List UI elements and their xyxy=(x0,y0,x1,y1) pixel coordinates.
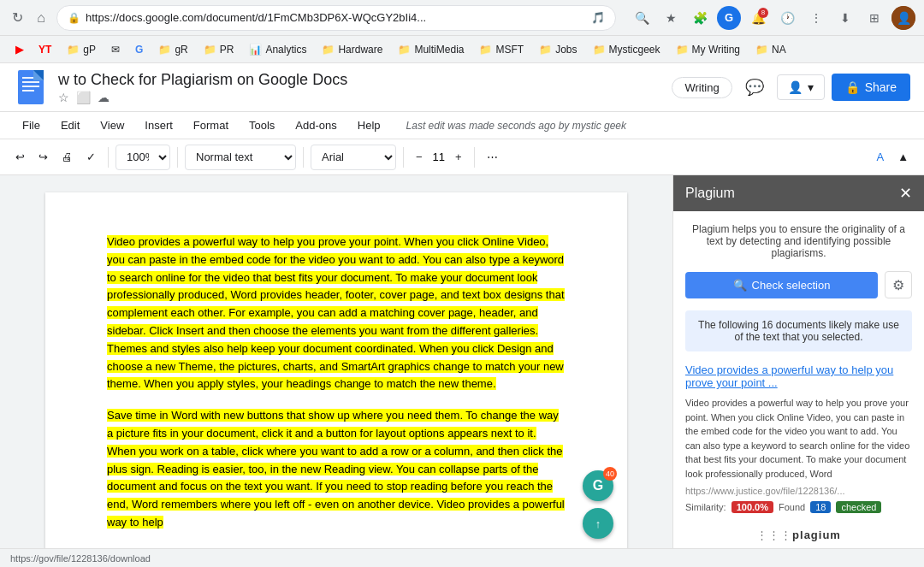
divider-5 xyxy=(474,147,475,168)
menu-view[interactable]: View xyxy=(92,115,133,135)
paragraph-2: Save time in Word with new buttons that … xyxy=(107,407,566,532)
style-select[interactable]: Normal text Heading 1 Heading 2 xyxy=(185,145,296,170)
doc-fab-container: G 40 xyxy=(583,470,613,501)
highlighted-text-2: Save time in Word with new buttons that … xyxy=(107,409,563,511)
bookmark-multimedia[interactable]: 📁 MultiMedia xyxy=(391,41,471,58)
url-text: https://docs.google.com/document/d/1FmCM… xyxy=(86,11,586,24)
docs-title: w to Check for Plagiarism on Google Docs xyxy=(58,71,661,89)
plagium-similarity-row: Similarity: 100.0% Found 18 checked xyxy=(685,501,912,513)
profile-avatar[interactable]: 👤 xyxy=(891,6,915,30)
document-text: Video provides a powerful way to help yo… xyxy=(107,233,566,532)
browser-icons: 🔍 ★ 🧩 G 🔔 8 🕐 ⋮ ⬇ ⊞ 👤 xyxy=(630,6,915,30)
home-button[interactable]: ⌂ xyxy=(33,9,50,27)
docs-toolbar-right: Writing 💬 👤 ▾ 🔒 Share xyxy=(672,72,910,103)
settings-button[interactable]: ⚙ xyxy=(885,271,912,298)
menu-insert[interactable]: Insert xyxy=(136,115,181,135)
docs-title-area: w to Check for Plagiarism on Google Docs… xyxy=(58,71,661,104)
docs-title-icons: ☆ ⬜ ☁ xyxy=(58,91,661,104)
highlighted-text-1: Video provides a powerful way to help yo… xyxy=(107,235,565,390)
font-select[interactable]: Arial Times New Roman xyxy=(311,145,396,170)
divider-1 xyxy=(108,147,109,168)
lock-share-icon: 🔒 xyxy=(845,80,860,94)
bookmark-hardware[interactable]: 📁 Hardware xyxy=(315,41,389,58)
menu-bar: File Edit View Insert Format Tools Add-o… xyxy=(0,112,924,139)
bookmark-youtube[interactable]: ▶ xyxy=(9,41,30,58)
accounts-icon[interactable]: G xyxy=(717,6,741,30)
bookmark-mysticgeek[interactable]: 📁 Mysticgeek xyxy=(586,41,667,58)
redo-button[interactable]: ↪ xyxy=(33,145,53,170)
bookmark-mail[interactable]: ✉ xyxy=(104,41,127,58)
search-icon[interactable]: 🔍 xyxy=(630,6,654,30)
bookmark-gr[interactable]: 📁 gR xyxy=(151,41,194,58)
bookmark-gp[interactable]: 📁 gP xyxy=(60,41,103,58)
check-selection-button[interactable]: 🔍 Check selection xyxy=(685,272,878,298)
extensions-icon[interactable]: 🧩 xyxy=(688,6,712,30)
print-button[interactable]: 🖨 xyxy=(56,145,78,170)
bookmark-google[interactable]: G xyxy=(128,41,150,58)
plagium-close-button[interactable]: ✕ xyxy=(899,184,912,203)
address-bar[interactable]: 🔒 https://docs.google.com/document/d/1Fm… xyxy=(56,5,616,31)
svg-rect-6 xyxy=(22,90,34,92)
plagium-description: Plagium helps you to ensure the original… xyxy=(685,223,912,259)
svg-text:👤: 👤 xyxy=(897,11,912,26)
gear-icon: ⚙ xyxy=(892,277,904,293)
similarity-label: Similarity: xyxy=(685,502,726,512)
menu-format[interactable]: Format xyxy=(185,115,237,135)
checked-badge: checked xyxy=(836,501,881,513)
bookmarks-bar: ▶ YT 📁 gP ✉ G 📁 gR 📁 PR 📊 Analytics 📁 Ha… xyxy=(0,36,924,63)
bookmark-jobs[interactable]: 📁 Jobs xyxy=(532,41,583,58)
similarity-value-badge: 100.0% xyxy=(732,501,773,513)
document-page: Video provides a powerful way to help yo… xyxy=(45,192,627,552)
bookmark-analytics[interactable]: 📊 Analytics xyxy=(242,41,313,58)
grid-icon[interactable]: ⋮ xyxy=(804,6,828,30)
bookmark-pr[interactable]: 📁 PR xyxy=(197,41,241,58)
cloud-icon[interactable]: ☁ xyxy=(98,91,110,104)
drive-icon[interactable]: ⬜ xyxy=(76,91,91,104)
bookmark-star-icon[interactable]: ★ xyxy=(659,6,683,30)
found-label: Found xyxy=(779,502,805,512)
divider-3 xyxy=(303,147,304,168)
spellcheck-button[interactable]: ✓ xyxy=(81,145,101,170)
collapse-toolbar-button[interactable]: ▲ xyxy=(892,145,914,170)
alert-icon[interactable]: 🔔 8 xyxy=(746,6,770,30)
scroll-up-fab[interactable]: ↑ xyxy=(583,508,613,539)
downloads-icon[interactable]: ⬇ xyxy=(833,6,857,30)
bookmark-youtube2[interactable]: YT xyxy=(32,41,58,58)
menu-addons[interactable]: Add-ons xyxy=(287,115,345,135)
comments-button[interactable]: 💬 xyxy=(739,72,770,103)
lock-icon: 🔒 xyxy=(68,12,80,24)
share-button[interactable]: 🔒 Share xyxy=(832,74,910,101)
search-icon: 🔍 xyxy=(733,279,747,292)
plagium-panel: Plagium ✕ Plagium helps you to ensure th… xyxy=(672,175,924,567)
text-color-button[interactable]: A xyxy=(871,145,889,170)
g-fab[interactable]: G 40 xyxy=(583,470,613,501)
menu-help[interactable]: Help xyxy=(349,115,389,135)
plagium-result-link[interactable]: Video provides a powerful way to help yo… xyxy=(685,363,912,389)
font-size-increase[interactable]: + xyxy=(450,145,467,170)
menu-file[interactable]: File xyxy=(14,115,49,135)
paragraph-1: Video provides a powerful way to help yo… xyxy=(107,233,566,393)
undo-button[interactable]: ↩ xyxy=(10,145,30,170)
more-formatting-button[interactable]: ⋯ xyxy=(482,145,503,170)
history-icon[interactable]: 🕐 xyxy=(775,6,799,30)
menu-tools[interactable]: Tools xyxy=(240,115,283,135)
font-size-value: 11 xyxy=(429,151,448,163)
document-area: Video provides a powerful way to help yo… xyxy=(0,175,672,567)
star-icon[interactable]: ☆ xyxy=(58,91,69,104)
refresh-button[interactable]: ↻ xyxy=(9,9,26,27)
plagium-notice: The following 16 documents likely make u… xyxy=(685,310,912,351)
present-icon: 👤 xyxy=(788,80,803,94)
bookmark-my-writing[interactable]: 📁 My Writing xyxy=(669,41,747,58)
main-area: Video provides a powerful way to help yo… xyxy=(0,175,924,567)
writing-badge[interactable]: Writing xyxy=(672,77,732,98)
menu-edit[interactable]: Edit xyxy=(52,115,88,135)
apps-icon[interactable]: ⊞ xyxy=(862,6,886,30)
docs-logo xyxy=(14,70,48,104)
tune-icon: 🎵 xyxy=(591,11,605,24)
present-chevron: ▾ xyxy=(808,80,814,94)
bookmark-msft[interactable]: 📁 MSFT xyxy=(472,41,530,58)
bookmark-na[interactable]: 📁 NA xyxy=(749,41,793,58)
font-size-decrease[interactable]: − xyxy=(411,145,428,170)
present-button[interactable]: 👤 ▾ xyxy=(777,74,825,100)
zoom-select[interactable]: 100% xyxy=(116,145,170,170)
